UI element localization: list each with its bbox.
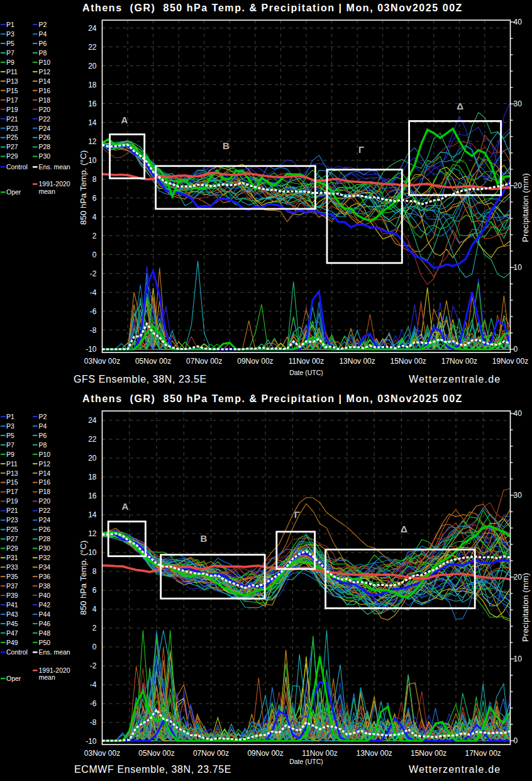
svg-text:mean: mean bbox=[39, 188, 55, 195]
svg-text:40: 40 bbox=[514, 18, 523, 26]
svg-text:P38: P38 bbox=[39, 582, 51, 590]
svg-text:P30: P30 bbox=[39, 544, 51, 552]
svg-text:P43: P43 bbox=[6, 610, 18, 618]
svg-text:P47: P47 bbox=[6, 629, 18, 637]
svg-text:22: 22 bbox=[88, 43, 97, 52]
svg-text:6: 6 bbox=[92, 586, 97, 595]
svg-text:P8: P8 bbox=[39, 441, 47, 449]
svg-text:P24: P24 bbox=[39, 516, 51, 524]
svg-text:6: 6 bbox=[92, 194, 97, 203]
svg-text:P9: P9 bbox=[6, 59, 14, 66]
svg-text:P11: P11 bbox=[6, 68, 18, 76]
svg-text:P28: P28 bbox=[39, 143, 51, 150]
svg-text:Oper: Oper bbox=[6, 188, 21, 196]
svg-text:13Nov 00z: 13Nov 00z bbox=[357, 749, 392, 758]
svg-text:30: 30 bbox=[514, 491, 523, 500]
svg-text:P42: P42 bbox=[39, 601, 51, 609]
svg-text:P13: P13 bbox=[6, 469, 18, 477]
svg-text:P12: P12 bbox=[39, 460, 51, 468]
svg-text:P26: P26 bbox=[39, 525, 51, 533]
svg-text:8: 8 bbox=[92, 175, 97, 184]
svg-text:Athens (GR) 850 hPa Temp. &: Athens (GR) 850 hPa Temp. & Precipitatio… bbox=[82, 3, 463, 13]
svg-text:07Nov 00z: 07Nov 00z bbox=[193, 749, 229, 758]
svg-text:850 hPa Temp. (°C): 850 hPa Temp. (°C) bbox=[79, 541, 88, 615]
svg-text:0: 0 bbox=[92, 250, 97, 259]
svg-text:24: 24 bbox=[88, 24, 97, 33]
svg-text:10: 10 bbox=[88, 156, 97, 165]
svg-text:03Nov 00z: 03Nov 00z bbox=[84, 357, 120, 366]
svg-text:P32: P32 bbox=[39, 554, 51, 561]
svg-text:-4: -4 bbox=[90, 288, 97, 297]
svg-text:P30: P30 bbox=[39, 152, 51, 160]
svg-text:-10: -10 bbox=[86, 737, 97, 746]
svg-text:20: 20 bbox=[88, 62, 97, 70]
svg-text:P28: P28 bbox=[39, 535, 51, 542]
svg-text:4: 4 bbox=[92, 605, 97, 614]
svg-text:P21: P21 bbox=[6, 507, 18, 514]
svg-text:18: 18 bbox=[88, 81, 97, 89]
svg-text:P49: P49 bbox=[6, 639, 18, 646]
svg-text:P45: P45 bbox=[6, 620, 18, 627]
svg-text:P48: P48 bbox=[39, 629, 51, 637]
svg-text:16: 16 bbox=[88, 492, 97, 500]
svg-text:2: 2 bbox=[92, 232, 97, 240]
svg-text:P23: P23 bbox=[6, 516, 18, 524]
svg-text:P36: P36 bbox=[39, 573, 51, 580]
svg-text:P6: P6 bbox=[39, 432, 47, 439]
svg-text:P8: P8 bbox=[39, 49, 47, 57]
svg-text:P27: P27 bbox=[6, 143, 18, 150]
svg-text:13Nov 00z: 13Nov 00z bbox=[339, 357, 375, 366]
svg-text:1991-2020: 1991-2020 bbox=[39, 180, 70, 188]
svg-text:P25: P25 bbox=[6, 133, 18, 141]
svg-text:10: 10 bbox=[88, 548, 97, 557]
svg-text:18: 18 bbox=[88, 473, 97, 481]
svg-text:P31: P31 bbox=[6, 554, 18, 561]
svg-text:P12: P12 bbox=[39, 68, 51, 76]
svg-text:P29: P29 bbox=[6, 152, 18, 160]
svg-text:Γ: Γ bbox=[358, 144, 364, 155]
svg-text:12: 12 bbox=[88, 137, 97, 146]
svg-text:P25: P25 bbox=[6, 525, 18, 533]
svg-text:B: B bbox=[200, 533, 207, 544]
svg-text:Precipitation (mm): Precipitation (mm) bbox=[521, 573, 530, 642]
svg-text:Wetterzentrale.de: Wetterzentrale.de bbox=[409, 374, 501, 385]
svg-text:-2: -2 bbox=[90, 661, 97, 670]
svg-text:P5: P5 bbox=[6, 432, 14, 439]
svg-text:-10: -10 bbox=[86, 345, 97, 354]
svg-text:Oper: Oper bbox=[6, 675, 21, 682]
svg-text:P21: P21 bbox=[6, 115, 18, 123]
svg-text:P35: P35 bbox=[6, 573, 18, 580]
svg-text:1991-2020: 1991-2020 bbox=[39, 666, 70, 674]
svg-text:850 hPa Temp. (°C): 850 hPa Temp. (°C) bbox=[79, 150, 88, 225]
svg-text:P1: P1 bbox=[6, 21, 14, 28]
svg-text:P14: P14 bbox=[39, 469, 51, 477]
svg-text:Athens (GR) 850 hPa Temp. &: Athens (GR) 850 hPa Temp. & Precipitatio… bbox=[82, 393, 463, 404]
svg-text:P27: P27 bbox=[6, 535, 18, 542]
svg-text:P4: P4 bbox=[39, 422, 47, 430]
svg-text:0: 0 bbox=[92, 643, 97, 651]
svg-text:0: 0 bbox=[514, 345, 518, 354]
svg-text:P44: P44 bbox=[39, 610, 51, 618]
svg-text:22: 22 bbox=[88, 435, 97, 444]
svg-text:Date (UTC): Date (UTC) bbox=[289, 758, 323, 765]
svg-text:Precipitation (mm): Precipitation (mm) bbox=[521, 173, 530, 242]
svg-text:09Nov 00z: 09Nov 00z bbox=[247, 749, 283, 758]
svg-text:P15: P15 bbox=[6, 87, 18, 94]
svg-text:Control: Control bbox=[6, 163, 28, 171]
svg-text:19Nov 00z: 19Nov 00z bbox=[492, 357, 528, 366]
svg-text:P24: P24 bbox=[39, 125, 51, 132]
svg-text:P2: P2 bbox=[39, 413, 47, 420]
svg-text:P14: P14 bbox=[39, 77, 51, 85]
svg-text:P18: P18 bbox=[39, 96, 51, 104]
svg-text:-8: -8 bbox=[90, 718, 97, 727]
svg-text:P15: P15 bbox=[6, 478, 18, 486]
svg-text:P22: P22 bbox=[39, 507, 51, 514]
svg-text:mean: mean bbox=[39, 673, 55, 681]
svg-text:P3: P3 bbox=[6, 422, 14, 430]
svg-text:P29: P29 bbox=[6, 544, 18, 552]
svg-text:P7: P7 bbox=[6, 49, 14, 57]
svg-text:P2: P2 bbox=[39, 21, 47, 28]
svg-text:12: 12 bbox=[88, 529, 97, 538]
svg-text:15Nov 00z: 15Nov 00z bbox=[411, 749, 446, 758]
svg-text:A: A bbox=[121, 115, 128, 125]
